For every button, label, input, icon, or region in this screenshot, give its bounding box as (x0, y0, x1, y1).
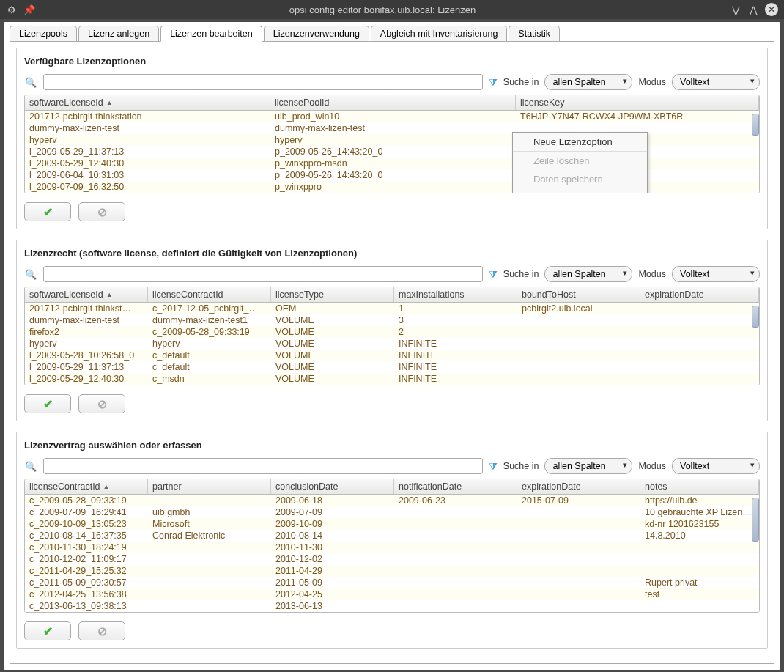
close-icon[interactable]: ✕ (765, 3, 778, 16)
table-cell: c_msdn (148, 373, 271, 385)
maximize-icon[interactable]: ⋀ (747, 4, 759, 15)
tab-lizenzpools[interactable]: Lizenzpools (10, 26, 77, 42)
col-software-license-id[interactable]: softwareLicenseId▲ (25, 287, 148, 302)
confirm-button[interactable]: ✔ (24, 202, 71, 221)
table-row[interactable]: c_2013-06-13_09:38:132013-06-13 (25, 600, 759, 612)
table-row[interactable]: c_2010-12-02_11:09:172010-12-02 (25, 553, 759, 565)
confirm-button[interactable]: ✔ (24, 394, 71, 413)
table-cell: c_2011-04-29_15:25:32 (25, 565, 148, 577)
table-row[interactable]: dummy-max-lizen-testdummy-max-lizen-test… (25, 314, 759, 326)
table-row[interactable]: hypervhypervVOLUMEINFINITE (25, 338, 759, 350)
search-row: 🔍 ⧩ Suche in allen Spalten Modus Volltex… (24, 458, 760, 474)
table-row[interactable]: c_2010-08-14_16:37:35Conrad Elektronic20… (25, 530, 759, 542)
table-cell: INFINITE (394, 361, 517, 373)
scrollbar[interactable] (752, 114, 759, 136)
table-row[interactable]: c_2009-10-09_13:05:23Microsoft2009-10-09… (25, 518, 759, 530)
search-icon[interactable]: 🔍 (24, 75, 37, 89)
search-input[interactable] (43, 74, 483, 90)
table-row[interactable]: l_2009-05-28_10:26:58_0c_defaultVOLUMEIN… (25, 350, 759, 361)
search-columns-combo[interactable]: allen Spalten (544, 458, 632, 474)
tab-bar: Lizenzpools Lizenz anlegen Lizenzen bear… (4, 22, 780, 41)
table-row[interactable]: 201712-pcbirgit-thinkstationuib_prod_win… (25, 111, 759, 122)
col-software-license-id[interactable]: softwareLicenseId▲ (25, 95, 270, 110)
col-license-contract-id[interactable]: licenseContractId (148, 287, 271, 302)
table-row[interactable]: c_2009-07-09_16:29:41uib gmbh2009-07-091… (25, 506, 759, 518)
table-cell: 2009-07-09 (271, 506, 394, 518)
tab-statistik[interactable]: Statistik (509, 26, 560, 42)
table-row[interactable]: c_2009-05-28_09:33:192009-06-182009-06-2… (25, 495, 759, 506)
search-columns-combo[interactable]: allen Spalten (544, 74, 632, 90)
col-license-type[interactable]: licenseType (271, 287, 394, 302)
table-row[interactable]: hypervhyperv (25, 134, 759, 146)
search-mode-combo[interactable]: Volltext (672, 74, 760, 90)
filter-icon[interactable]: ⧩ (489, 268, 498, 281)
search-mode-combo[interactable]: Volltext (672, 458, 760, 474)
tab-abgleich[interactable]: Abgleich mit Inventarisierung (371, 26, 508, 42)
col-max-installations[interactable]: maxInstallations (394, 287, 517, 302)
mode-label: Modus (638, 269, 666, 279)
minimize-icon[interactable]: ⋁ (730, 4, 742, 15)
col-expiration-date[interactable]: expirationDate (517, 479, 640, 494)
table-row[interactable]: firefox2c_2009-05-28_09:33:19VOLUME2 (25, 326, 759, 338)
col-conclusion-date[interactable]: conclusionDate (271, 479, 394, 494)
table-row[interactable]: l_2009-05-29_11:37:13c_defaultVOLUMEINFI… (25, 361, 759, 373)
table-cell: l_2009-07-09_16:32:50 (25, 181, 270, 193)
table-cell: 2011-05-09 (271, 577, 394, 588)
search-icon[interactable]: 🔍 (24, 459, 37, 473)
table-cell: c_default (148, 350, 271, 361)
tab-lizenzenverwendung[interactable]: Lizenzenverwendung (264, 26, 369, 42)
table-cell: hyperv (25, 134, 270, 146)
table-row[interactable]: l_2009-05-29_12:40:30c_msdnVOLUMEINFINIT… (25, 373, 759, 385)
search-input[interactable] (43, 266, 483, 282)
col-license-contract-id[interactable]: licenseContractId▲ (25, 479, 148, 494)
tab-lizenz-anlegen[interactable]: Lizenz anlegen (78, 26, 159, 42)
cancel-icon: ⊘ (97, 624, 107, 638)
context-menu: Neue Lizenzoption Zeile löschen Daten sp… (512, 132, 648, 193)
table-row[interactable]: c_2011-04-29_15:25:322011-04-29 (25, 565, 759, 577)
table-row[interactable]: c_2012-04-25_13:56:382012-04-25test (25, 588, 759, 600)
search-mode-combo[interactable]: Volltext (672, 266, 760, 282)
cancel-button[interactable]: ⊘ (78, 202, 125, 221)
table-cell: hyperv (148, 338, 271, 350)
check-icon: ✔ (43, 205, 53, 219)
table-cell: c_2012-04-25_13:56:38 (25, 588, 148, 600)
table-row[interactable]: l_2009-06-04_10:31:03p_2009-05-26_14:43:… (25, 169, 759, 181)
menu-new-option[interactable]: Neue Lizenzoption (513, 133, 647, 151)
col-expiration-date[interactable]: expirationDate (640, 287, 759, 302)
table-cell: Conrad Elektronic (148, 530, 271, 542)
section-title: Lizenzrecht (software license, definiert… (24, 248, 760, 259)
table-cell: l_2009-05-29_11:37:13 (25, 361, 148, 373)
filter-icon[interactable]: ⧩ (489, 76, 498, 89)
cancel-button[interactable]: ⊘ (78, 621, 125, 640)
table-row[interactable]: 201712-pcbirgit-thinkst…c_2017-12-05_pcb… (25, 303, 759, 314)
col-notes[interactable]: notes (640, 479, 759, 494)
table-row[interactable]: dummy-max-lizen-testdummy-max-lizen-test (25, 122, 759, 134)
confirm-button[interactable]: ✔ (24, 621, 71, 640)
cancel-button[interactable]: ⊘ (78, 394, 125, 413)
col-notification-date[interactable]: notificationDate (394, 479, 517, 494)
search-columns-combo[interactable]: allen Spalten (544, 266, 632, 282)
table-row[interactable]: l_2009-05-29_11:37:13p_2009-05-26_14:43:… (25, 146, 759, 158)
pin-icon[interactable]: 📌 (23, 4, 35, 15)
table-cell (517, 553, 640, 565)
col-bound-to-host[interactable]: boundToHost (517, 287, 640, 302)
table-row[interactable]: c_2011-05-09_09:30:572011-05-09Rupert pr… (25, 577, 759, 588)
search-icon[interactable]: 🔍 (24, 267, 37, 281)
table-row[interactable]: l_2009-05-29_12:40:30p_winxppro-msdn 4CQ… (25, 158, 759, 169)
table-row[interactable]: c_2010-11-30_18:24:192010-11-30 (25, 542, 759, 553)
search-in-label: Suche in (503, 269, 539, 279)
tab-lizenzen-bearbeiten[interactable]: Lizenzen bearbeiten (160, 26, 262, 42)
col-license-key[interactable]: licenseKey (516, 95, 759, 110)
scrollbar[interactable] (752, 498, 759, 542)
table-cell: 10 gebrauchte XP Lizen… (640, 506, 759, 518)
table-cell (148, 553, 271, 565)
table-row[interactable]: l_2009-07-09_16:32:50p_winxppro BXT7Q (25, 181, 759, 193)
col-license-pool-id[interactable]: licensePoolId (270, 95, 516, 110)
col-partner[interactable]: partner (148, 479, 271, 494)
search-input[interactable] (43, 458, 483, 474)
filter-icon[interactable]: ⧩ (489, 460, 498, 473)
table-cell: uib gmbh (148, 506, 271, 518)
table-cell: 2013-06-13 (271, 600, 394, 612)
menu-delete-row: Zeile löschen (513, 152, 647, 170)
scrollbar[interactable] (752, 306, 759, 328)
